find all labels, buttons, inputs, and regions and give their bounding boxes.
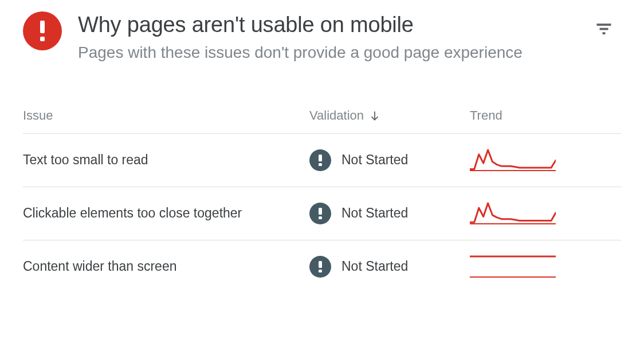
svg-rect-12 [319, 261, 322, 268]
svg-rect-3 [600, 28, 608, 30]
validation-cell: Not Started [309, 256, 470, 278]
table-row[interactable]: Content wider than screenNot Started [23, 240, 621, 293]
issues-table-body: Text too small to readNot StartedClickab… [23, 133, 621, 293]
trend-sparkline [470, 202, 556, 225]
status-not-started-icon [309, 149, 331, 171]
page-title: Why pages aren't usable on mobile [78, 11, 576, 39]
status-not-started-icon [309, 256, 331, 278]
column-header-validation-label: Validation [309, 108, 364, 123]
page-subtitle: Pages with these issues don't provide a … [78, 41, 576, 64]
trend-cell [470, 149, 621, 172]
trend-sparkline [470, 149, 556, 172]
svg-rect-1 [40, 37, 45, 41]
svg-rect-9 [319, 208, 322, 215]
svg-rect-7 [319, 163, 322, 166]
issue-name: Clickable elements too close together [23, 203, 309, 223]
filter-button[interactable] [592, 17, 615, 40]
page-header: Why pages aren't usable on mobile Pages … [23, 11, 621, 64]
column-header-validation[interactable]: Validation [309, 108, 470, 123]
filter-icon [595, 20, 612, 37]
svg-rect-4 [603, 32, 606, 34]
table-row[interactable]: Clickable elements too close togetherNot… [23, 187, 621, 240]
column-header-issue[interactable]: Issue [23, 108, 309, 123]
table-row[interactable]: Text too small to readNot Started [23, 133, 621, 187]
svg-rect-2 [597, 23, 611, 26]
column-header-trend[interactable]: Trend [470, 108, 621, 123]
error-icon [23, 11, 62, 50]
sort-descending-icon [368, 109, 381, 122]
trend-cell [470, 202, 621, 225]
validation-status-label: Not Started [341, 152, 408, 168]
trend-cell [470, 255, 621, 278]
status-not-started-icon [309, 203, 331, 224]
validation-status-label: Not Started [341, 205, 408, 221]
svg-rect-10 [319, 216, 322, 219]
validation-status-label: Not Started [341, 259, 408, 274]
issue-name: Text too small to read [23, 150, 309, 170]
issue-name: Content wider than screen [23, 256, 309, 276]
svg-rect-13 [319, 270, 322, 272]
svg-rect-6 [319, 155, 322, 161]
trend-sparkline [470, 255, 556, 278]
validation-cell: Not Started [309, 203, 470, 224]
table-header-row: Issue Validation Trend [23, 98, 621, 133]
validation-cell: Not Started [309, 149, 470, 171]
svg-rect-0 [40, 21, 45, 33]
